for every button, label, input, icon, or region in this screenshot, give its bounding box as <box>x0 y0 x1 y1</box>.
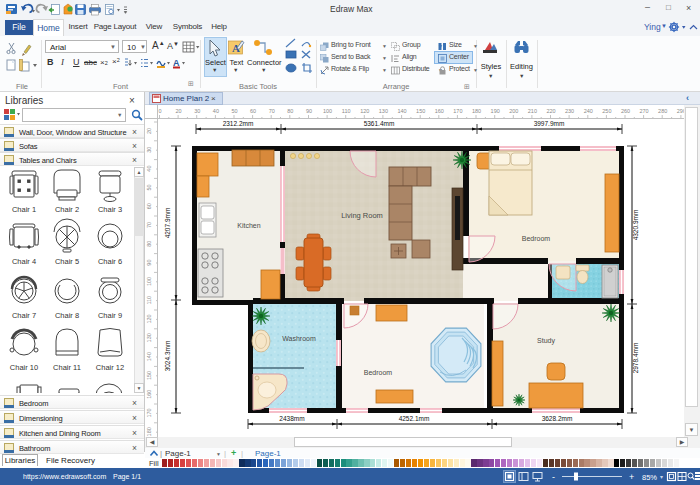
svg-text:Chair 5: Chair 5 <box>55 257 79 266</box>
svg-text:80: 80 <box>287 108 293 114</box>
svg-text:210: 210 <box>528 108 537 114</box>
svg-text:Chair 8: Chair 8 <box>55 311 79 320</box>
svg-text:Chair 9: Chair 9 <box>98 311 122 320</box>
svg-text:A: A <box>173 58 180 68</box>
svg-text:160: 160 <box>435 108 444 114</box>
svg-text:150: 150 <box>146 371 152 380</box>
svg-text:Chair 1: Chair 1 <box>12 205 36 214</box>
svg-text:80: 80 <box>146 241 152 247</box>
svg-text:3628.2mm: 3628.2mm <box>542 415 573 422</box>
svg-text:30: 30 <box>194 108 200 114</box>
svg-text:140: 140 <box>146 352 152 361</box>
svg-text:0: 0 <box>158 108 161 114</box>
svg-text:40: 40 <box>146 166 152 172</box>
svg-text:90: 90 <box>306 108 312 114</box>
svg-text:270: 270 <box>640 108 649 114</box>
svg-text:Chair 11: Chair 11 <box>53 363 81 372</box>
svg-text:Chair 12: Chair 12 <box>96 363 124 372</box>
svg-text:5361.4mm: 5361.4mm <box>364 120 395 127</box>
svg-text:Study: Study <box>537 337 555 345</box>
svg-text:240: 240 <box>584 108 593 114</box>
svg-text:40: 40 <box>213 108 219 114</box>
svg-text:▾: ▾ <box>660 474 663 480</box>
svg-text:200: 200 <box>509 108 518 114</box>
svg-text:90: 90 <box>146 260 152 266</box>
svg-text:130: 130 <box>146 333 152 342</box>
svg-text:130: 130 <box>379 108 388 114</box>
svg-text:280: 280 <box>658 108 667 114</box>
svg-text:120: 120 <box>360 108 369 114</box>
svg-text:250: 250 <box>602 108 611 114</box>
svg-text:180: 180 <box>146 427 152 436</box>
svg-text:Living Room: Living Room <box>341 211 383 220</box>
svg-text:20: 20 <box>176 108 182 114</box>
svg-text:50: 50 <box>231 108 237 114</box>
svg-text:2978.4mm: 2978.4mm <box>632 343 639 374</box>
svg-text:Chair 6: Chair 6 <box>98 257 122 266</box>
svg-text:290: 290 <box>677 108 684 114</box>
svg-text:4320.9mm: 4320.9mm <box>632 210 639 241</box>
svg-text:4252.1mm: 4252.1mm <box>399 415 430 422</box>
svg-text:140: 140 <box>398 108 407 114</box>
svg-text:230: 230 <box>565 108 574 114</box>
svg-text:100: 100 <box>323 108 332 114</box>
svg-text:30: 30 <box>146 147 152 153</box>
svg-text:Washroom: Washroom <box>282 335 316 342</box>
svg-text:20: 20 <box>146 128 152 134</box>
svg-text:50: 50 <box>146 184 152 190</box>
svg-text:85%: 85% <box>642 473 657 482</box>
svg-text:70: 70 <box>269 108 275 114</box>
svg-text:190: 190 <box>491 108 500 114</box>
svg-text:Chair 7: Chair 7 <box>12 311 36 320</box>
svg-text:4207.9mm: 4207.9mm <box>164 208 171 239</box>
svg-text:Chair 2: Chair 2 <box>55 205 79 214</box>
svg-text:120: 120 <box>146 314 152 323</box>
svg-text:160: 160 <box>146 390 152 399</box>
svg-text:Chair 10: Chair 10 <box>10 363 38 372</box>
svg-text:100: 100 <box>146 277 152 286</box>
svg-text:3997.9mm: 3997.9mm <box>534 120 565 127</box>
svg-text:Kitchen: Kitchen <box>237 222 260 229</box>
svg-text:Bedroom: Bedroom <box>364 369 393 376</box>
svg-text:180: 180 <box>472 108 481 114</box>
svg-text:2312.2mm: 2312.2mm <box>223 120 254 127</box>
svg-text:110: 110 <box>146 296 152 305</box>
svg-text:60: 60 <box>250 108 256 114</box>
svg-text:110: 110 <box>342 108 351 114</box>
svg-text:Chair 4: Chair 4 <box>12 257 36 266</box>
svg-text:70: 70 <box>146 222 152 228</box>
svg-text:2438mm: 2438mm <box>279 415 304 422</box>
svg-text:+: + <box>629 472 634 482</box>
svg-text:Chair 3: Chair 3 <box>98 205 122 214</box>
svg-text:170: 170 <box>146 408 152 417</box>
svg-text:-: - <box>552 472 555 482</box>
svg-text:260: 260 <box>621 108 630 114</box>
svg-text:3024.3mm: 3024.3mm <box>164 341 171 372</box>
svg-text:170: 170 <box>453 108 462 114</box>
svg-text:Bedroom: Bedroom <box>522 235 551 242</box>
svg-text:150: 150 <box>416 108 425 114</box>
svg-text:60: 60 <box>146 203 152 209</box>
svg-text:220: 220 <box>546 108 555 114</box>
